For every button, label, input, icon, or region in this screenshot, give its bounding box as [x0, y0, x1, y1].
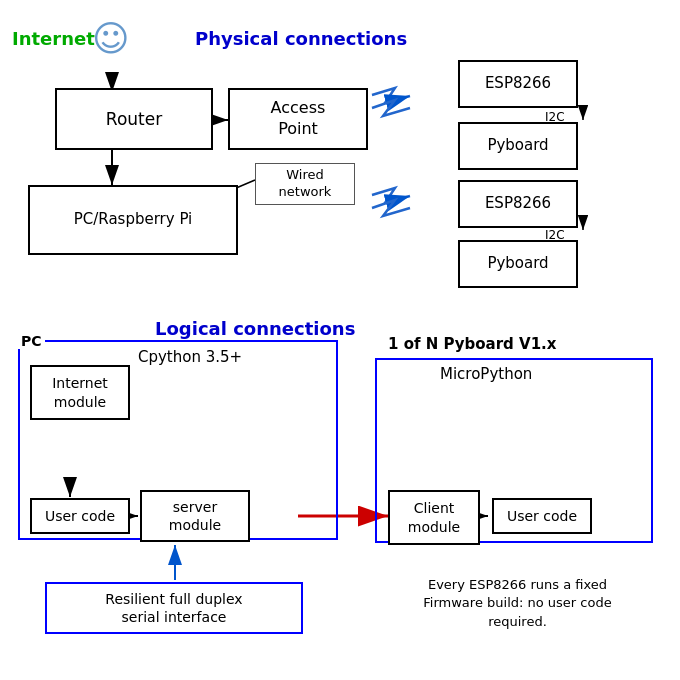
user-code-pyboard-label: User code	[507, 507, 577, 525]
user-code-pc-label: User code	[45, 507, 115, 525]
pyboard-bottom-label: Pyboard	[487, 254, 548, 274]
esp8266-top-box: ESP8266	[458, 60, 578, 108]
pyboard-top-box: Pyboard	[458, 122, 578, 170]
user-code-pc-box: User code	[30, 498, 130, 534]
server-module-box: server module	[140, 490, 250, 542]
pc-box: PC/Raspberry Pi	[28, 185, 238, 255]
access-point-label: Access Point	[271, 98, 326, 140]
diagram: Internet ☺ Physical connections Router A…	[0, 0, 680, 680]
wired-network-label: Wired network	[255, 163, 355, 205]
serial-interface-label: Resilient full duplex serial interface	[105, 590, 242, 626]
internet-module-label: Internet module	[52, 374, 108, 410]
router-label: Router	[106, 108, 162, 130]
internet-label: Internet	[12, 28, 95, 49]
server-module-label: server module	[169, 498, 221, 534]
user-code-pyboard-box: User code	[492, 498, 592, 534]
access-point-box: Access Point	[228, 88, 368, 150]
esp8266-bottom-box: ESP8266	[458, 180, 578, 228]
firmware-note: Every ESP8266 runs a fixed Firmware buil…	[375, 558, 660, 631]
pyboard-bottom-box: Pyboard	[458, 240, 578, 288]
internet-module-box: Internet module	[30, 365, 130, 420]
cpython-label: Cpython 3.5+	[138, 348, 242, 366]
pyboard-section-label: 1 of N Pyboard V1.x	[385, 335, 559, 353]
client-module-label: Client module	[408, 499, 460, 535]
physical-heading: Physical connections	[195, 28, 407, 49]
pc-section-label: PC	[18, 333, 45, 349]
pc-label: PC/Raspberry Pi	[74, 210, 193, 230]
micropython-label: MicroPython	[440, 365, 532, 383]
esp8266-bottom-label: ESP8266	[485, 194, 551, 214]
router-box: Router	[55, 88, 213, 150]
pyboard-top-label: Pyboard	[487, 136, 548, 156]
logical-heading: Logical connections	[155, 318, 355, 339]
serial-interface-box: Resilient full duplex serial interface	[45, 582, 303, 634]
client-module-box: Client module	[388, 490, 480, 545]
esp8266-top-label: ESP8266	[485, 74, 551, 94]
smiley-icon: ☺	[92, 18, 130, 59]
wired-network-text: Wired network	[279, 167, 332, 201]
firmware-note-text: Every ESP8266 runs a fixed Firmware buil…	[423, 577, 611, 628]
